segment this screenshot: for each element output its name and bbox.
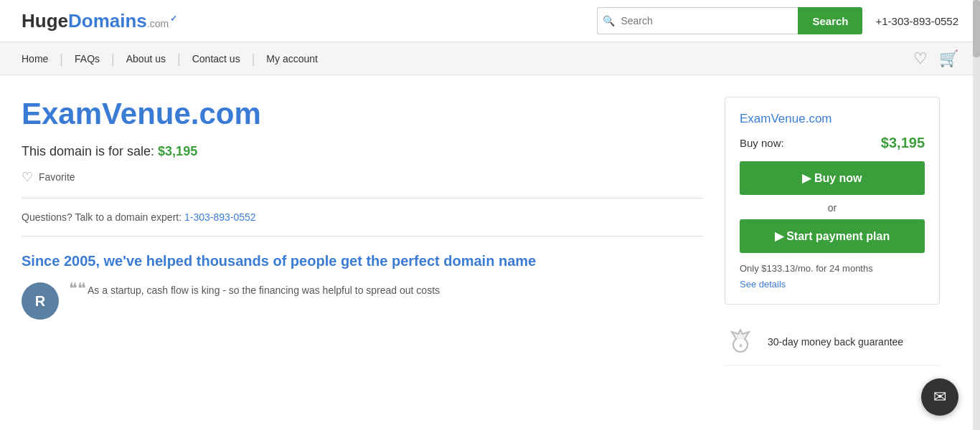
main-left: ExamVenue.com This domain is for sale: $… (22, 97, 703, 366)
header-phone: +1-303-893-0552 (875, 15, 958, 27)
guarantee-icon: ★ (725, 326, 756, 358)
favorite-row[interactable]: ♡ Favorite (22, 169, 703, 185)
header-right: 🔍 Search +1-303-893-0552 (597, 7, 958, 34)
payment-plan-button[interactable]: ▶ Start payment plan (740, 219, 925, 253)
domain-title: ExamVenue.com (22, 97, 703, 131)
testimonial-quote: As a startup, cash flow is king - so the… (88, 285, 440, 296)
logo-dotcom: .com (147, 18, 169, 29)
for-sale-label: This domain is for sale: (22, 144, 154, 158)
monthly-text: Only $133.13/mo. for 24 months (740, 263, 925, 274)
or-text: or (740, 202, 925, 214)
scrollbar[interactable] (973, 0, 980, 380)
for-sale-text: This domain is for sale: $3,195 (22, 144, 703, 159)
for-sale-price-value: $3,195 (158, 144, 197, 158)
cart-icon[interactable]: 🛒 (939, 49, 958, 68)
wishlist-icon[interactable]: ♡ (913, 49, 928, 68)
buy-label: Buy now: (740, 137, 784, 149)
nav-left: Home | FAQs | About us | Contact us | My… (22, 42, 329, 75)
logo[interactable]: HugeDomains.com✓ (22, 10, 177, 32)
buy-now-button[interactable]: ▶ Buy now (740, 161, 925, 195)
nav-item-about[interactable]: About us (115, 42, 177, 75)
nav-item-faqs[interactable]: FAQs (63, 42, 111, 75)
search-button[interactable]: Search (798, 7, 862, 34)
heart-icon: ♡ (22, 169, 33, 185)
buy-row: Buy now: $3,195 (740, 135, 925, 151)
nav-item-account[interactable]: My account (255, 42, 329, 75)
testimonial-row: R ❝❝As a startup, cash flow is king - so… (22, 282, 703, 320)
nav-item-contact[interactable]: Contact us (181, 42, 252, 75)
questions-text: Questions? Talk to a domain expert: 1-30… (22, 211, 703, 223)
main-content: ExamVenue.com This domain is for sale: $… (0, 75, 961, 380)
questions-label: Questions? Talk to a domain expert: (22, 211, 182, 223)
logo-check: ✓ (170, 14, 177, 24)
scrollbar-thumb[interactable] (973, 0, 980, 57)
logo-domains: Domains (68, 10, 147, 32)
see-details-link[interactable]: See details (740, 279, 786, 290)
logo-huge: Huge (22, 10, 68, 32)
guarantee-text: 30-day money back guarantee (768, 336, 903, 348)
guarantee-row: ★ 30-day money back guarantee (725, 319, 940, 366)
divider-1 (22, 198, 703, 199)
search-input[interactable] (597, 7, 798, 34)
avatar: R (22, 282, 59, 320)
nav-item-home[interactable]: Home (22, 42, 60, 75)
testimonial-text: ❝❝As a startup, cash flow is king - so t… (69, 282, 440, 298)
search-form: 🔍 Search (597, 7, 862, 34)
purchase-card: ExamVenue.com Buy now: $3,195 ▶ Buy now … (725, 97, 940, 305)
since-heading: Since 2005, we've helped thousands of pe… (22, 251, 703, 271)
favorite-label: Favorite (39, 171, 75, 183)
quote-mark: ❝❝ (69, 280, 86, 297)
buy-price: $3,195 (881, 135, 925, 151)
divider-2 (22, 236, 703, 236)
svg-text:★: ★ (738, 343, 743, 349)
card-domain-name: ExamVenue.com (740, 112, 925, 126)
nav-right: ♡ 🛒 (913, 49, 958, 68)
navbar: Home | FAQs | About us | Contact us | My… (0, 42, 980, 75)
questions-phone[interactable]: 1-303-893-0552 (184, 211, 256, 223)
header: HugeDomains.com✓ 🔍 Search +1-303-893-055… (0, 0, 980, 42)
main-right: ExamVenue.com Buy now: $3,195 ▶ Buy now … (725, 97, 940, 366)
